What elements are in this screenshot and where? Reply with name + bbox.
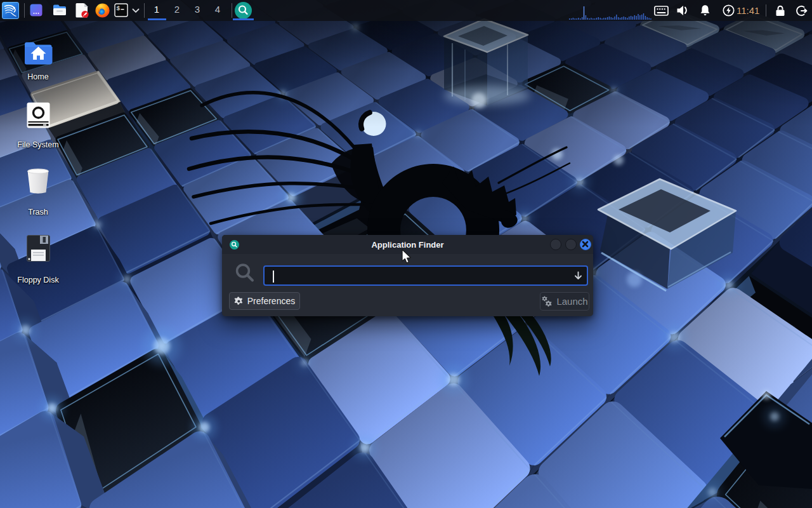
svg-text:$: $ [117, 5, 121, 12]
